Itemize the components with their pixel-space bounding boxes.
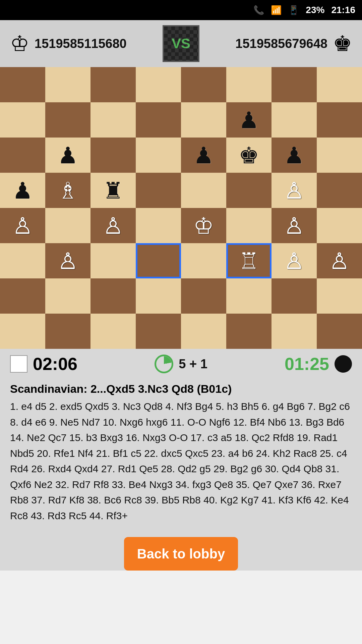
clock-icon xyxy=(155,355,173,373)
cell-b5[interactable]: ♗ xyxy=(45,173,90,208)
cell-d5[interactable] xyxy=(136,173,181,208)
player1-info: ♔ 1519585115680 xyxy=(10,31,127,56)
black-timer: 01:25 xyxy=(285,354,329,374)
black-indicator xyxy=(335,355,352,373)
white-pawn-c4: ♙ xyxy=(103,214,123,237)
cell-e8[interactable] xyxy=(181,67,226,102)
time-control-label: 5 + 1 xyxy=(179,357,207,371)
black-pawn-f7: ♟ xyxy=(239,109,259,131)
black-king-icon: ♚ xyxy=(333,31,352,56)
black-timer-group: 01:25 xyxy=(285,354,352,374)
cell-a1[interactable] xyxy=(0,314,45,349)
white-pawn-g5: ♙ xyxy=(284,179,304,202)
cell-h6[interactable] xyxy=(317,138,362,173)
white-indicator xyxy=(10,355,27,373)
cell-f1[interactable] xyxy=(226,314,272,349)
black-pawn-e6: ♟ xyxy=(193,144,214,167)
cell-h4[interactable] xyxy=(317,208,362,243)
cell-b4[interactable] xyxy=(45,208,90,243)
cell-g4[interactable]: ♙ xyxy=(272,208,317,243)
cell-g8[interactable] xyxy=(272,67,317,102)
cell-f8[interactable] xyxy=(226,67,272,102)
cell-c1[interactable] xyxy=(90,314,136,349)
time-text: 21:16 xyxy=(331,5,355,15)
signal-icon: 📱 xyxy=(288,5,299,15)
cell-a4[interactable]: ♙ xyxy=(0,208,45,243)
black-pawn-g6: ♟ xyxy=(284,144,304,167)
cell-e1[interactable] xyxy=(181,314,226,349)
black-rook-c5: ♜ xyxy=(103,179,123,202)
cell-a2[interactable] xyxy=(0,278,45,314)
cell-e7[interactable] xyxy=(181,102,226,138)
back-to-lobby-button[interactable]: Back to lobby xyxy=(124,537,238,571)
cell-d3[interactable] xyxy=(136,243,181,278)
phone-icon: 📞 xyxy=(253,5,264,15)
cell-h1[interactable] xyxy=(317,314,362,349)
cell-g3[interactable]: ♙ xyxy=(272,243,317,278)
white-timer: 02:06 xyxy=(33,354,77,374)
cell-e2[interactable] xyxy=(181,278,226,314)
cell-h7[interactable] xyxy=(317,102,362,138)
cell-f5[interactable] xyxy=(226,173,272,208)
white-pawn-a4: ♙ xyxy=(12,214,33,237)
cell-c6[interactable] xyxy=(90,138,136,173)
player2-id: 1519585679648 xyxy=(235,37,327,51)
cell-f6[interactable]: ♚ xyxy=(226,138,272,173)
time-control-group: 5 + 1 xyxy=(155,355,207,373)
cell-c4[interactable]: ♙ xyxy=(90,208,136,243)
cell-g6[interactable]: ♟ xyxy=(272,138,317,173)
cell-h2[interactable] xyxy=(317,278,362,314)
black-king-f6: ♚ xyxy=(239,144,259,167)
cell-b2[interactable] xyxy=(45,278,90,314)
chess-board[interactable]: ♟ ♟ ♟ ♚ ♟ ♟ ♗ ♜ ♙ ♙ ♙ ♔ ♙ ♙ ♖ ♙ ♙ xyxy=(0,67,362,349)
cell-d7[interactable] xyxy=(136,102,181,138)
cell-f2[interactable] xyxy=(226,278,272,314)
cell-d2[interactable] xyxy=(136,278,181,314)
cell-a6[interactable] xyxy=(0,138,45,173)
white-king-e4: ♔ xyxy=(193,214,214,237)
cell-e5[interactable] xyxy=(181,173,226,208)
cell-b6[interactable]: ♟ xyxy=(45,138,90,173)
cell-b3[interactable]: ♙ xyxy=(45,243,90,278)
player1-id: 1519585115680 xyxy=(35,37,127,51)
cell-d6[interactable] xyxy=(136,138,181,173)
cell-g2[interactable] xyxy=(272,278,317,314)
cell-b7[interactable] xyxy=(45,102,90,138)
cell-e4[interactable]: ♔ xyxy=(181,208,226,243)
cell-b1[interactable] xyxy=(45,314,90,349)
cell-c3[interactable] xyxy=(90,243,136,278)
white-pawn-g4: ♙ xyxy=(284,214,304,237)
cell-h5[interactable] xyxy=(317,173,362,208)
cell-f7[interactable]: ♟ xyxy=(226,102,272,138)
cell-a7[interactable] xyxy=(0,102,45,138)
cell-c7[interactable] xyxy=(90,102,136,138)
cell-a5[interactable]: ♟ xyxy=(0,173,45,208)
cell-d8[interactable] xyxy=(136,67,181,102)
status-bar: 📞 📶 📱 23% 21:16 xyxy=(0,0,362,20)
cell-g5[interactable]: ♙ xyxy=(272,173,317,208)
white-king-icon: ♔ xyxy=(10,31,29,56)
cell-e3[interactable] xyxy=(181,243,226,278)
cell-a8[interactable] xyxy=(0,67,45,102)
cell-h3[interactable]: ♙ xyxy=(317,243,362,278)
cell-b8[interactable] xyxy=(45,67,90,102)
white-bishop-b5: ♗ xyxy=(58,179,78,202)
moves-list: 1. e4 d5 2. exd5 Qxd5 3. Nc3 Qd8 4. Nf3 … xyxy=(10,399,352,524)
vs-badge: VS xyxy=(163,25,199,62)
cell-g7[interactable] xyxy=(272,102,317,138)
cell-g1[interactable] xyxy=(272,314,317,349)
cell-a3[interactable] xyxy=(0,243,45,278)
cell-c2[interactable] xyxy=(90,278,136,314)
cell-d1[interactable] xyxy=(136,314,181,349)
white-pawn-g3: ♙ xyxy=(284,250,304,272)
black-pawn-b6: ♟ xyxy=(58,144,78,167)
cell-h8[interactable] xyxy=(317,67,362,102)
cell-f3[interactable]: ♖ xyxy=(226,243,272,278)
opening-name: Scandinavian: 2...Qxd5 3.Nc3 Qd8 (B01c) xyxy=(10,382,352,395)
cell-f4[interactable] xyxy=(226,208,272,243)
cell-d4[interactable] xyxy=(136,208,181,243)
player-header: ♔ 1519585115680 VS 1519585679648 ♚ xyxy=(0,20,362,67)
cell-c5[interactable]: ♜ xyxy=(90,173,136,208)
cell-e6[interactable]: ♟ xyxy=(181,138,226,173)
cell-c8[interactable] xyxy=(90,67,136,102)
